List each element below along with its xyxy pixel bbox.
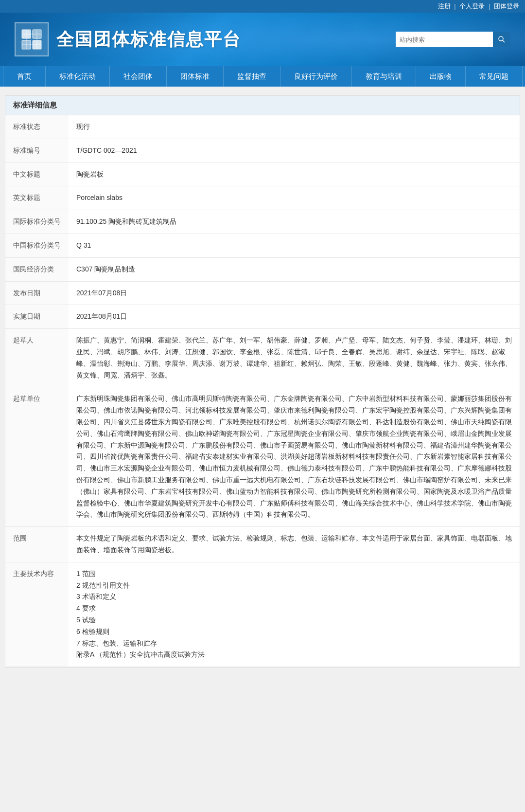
- field-label-12: 主要技术内容: [5, 562, 69, 667]
- field-label-10: 起草单位: [5, 387, 69, 527]
- register-link[interactable]: 注册: [438, 2, 451, 10]
- svg-point-8: [499, 36, 503, 41]
- field-label-6: 国民经济分类: [5, 257, 69, 281]
- field-label-8: 实施日期: [5, 305, 69, 329]
- section-title: 标准详细信息: [5, 96, 520, 115]
- divider2: |: [489, 2, 490, 10]
- nav-item-home[interactable]: 首页: [3, 66, 46, 87]
- logo-area: 全国团体标准信息平台: [15, 22, 241, 56]
- nav-item-supervision[interactable]: 监督抽查: [224, 66, 280, 87]
- nav-item-faq[interactable]: 常见问题: [466, 66, 523, 87]
- info-table: 标准状态现行标准编号T/GDTC 002—2021中文标题陶瓷岩板英文标题Por…: [5, 115, 520, 667]
- table-row: 标准状态现行: [5, 115, 520, 139]
- search-area: [396, 32, 510, 47]
- field-label-9: 起草人: [5, 329, 69, 387]
- divider1: |: [454, 2, 455, 10]
- nav-item-social-org[interactable]: 社会团体: [110, 66, 167, 87]
- table-row: 范围本文件规定了陶瓷岩板的术语和定义、要求、试验方法、检验规则、标志、包装、运输…: [5, 527, 520, 562]
- field-value-3: Porcelain slabs: [69, 186, 520, 210]
- table-row: 国际标准分类号91.100.25 陶瓷和陶砖瓦建筑制品: [5, 210, 520, 234]
- table-row: 起草人陈振广、黄惠宁、简润桐、霍建荣、张代兰、苏广年、刘一军、胡伟豪、薛健、罗昶…: [5, 329, 520, 387]
- field-value-4: 91.100.25 陶瓷和陶砖瓦建筑制品: [69, 210, 520, 234]
- svg-line-9: [503, 40, 505, 42]
- table-row: 标准编号T/GDTC 002—2021: [5, 139, 520, 162]
- field-value-1: T/GDTC 002—2021: [69, 139, 520, 162]
- table-row: 发布日期2021年07月08日: [5, 281, 520, 305]
- table-row: 中文标题陶瓷岩板: [5, 162, 520, 186]
- field-value-2: 陶瓷岩板: [69, 162, 520, 186]
- field-value-5: Q 31: [69, 234, 520, 257]
- personal-login-link[interactable]: 个人登录: [459, 2, 485, 10]
- search-button[interactable]: [493, 32, 510, 47]
- table-row: 中国标准分类号Q 31: [5, 234, 520, 257]
- nav-item-standardization[interactable]: 标准化活动: [46, 66, 110, 87]
- table-row: 主要技术内容1 范围2 规范性引用文件3 术语和定义4 要求5 试验6 检验规则…: [5, 562, 520, 667]
- field-label-2: 中文标题: [5, 162, 69, 186]
- field-label-3: 英文标题: [5, 186, 69, 210]
- field-label-4: 国际标准分类号: [5, 210, 69, 234]
- nav-item-education[interactable]: 教育与培训: [352, 66, 416, 87]
- field-label-7: 发布日期: [5, 281, 69, 305]
- table-row: 英文标题Porcelain slabs: [5, 186, 520, 210]
- group-login-link[interactable]: 团体登录: [494, 2, 519, 10]
- logo-text: 全国团体标准信息平台: [56, 28, 241, 52]
- field-label-5: 中国标准分类号: [5, 234, 69, 257]
- search-input[interactable]: [396, 32, 493, 47]
- field-value-12: 1 范围2 规范性引用文件3 术语和定义4 要求5 试验6 检验规则7 标志、包…: [69, 562, 520, 667]
- main-content: 标准详细信息 标准状态现行标准编号T/GDTC 002—2021中文标题陶瓷岩板…: [5, 95, 520, 668]
- header: 全国团体标准信息平台: [0, 13, 525, 66]
- field-value-8: 2021年08月01日: [69, 305, 520, 329]
- logo-icon: [15, 22, 49, 56]
- field-label-11: 范围: [5, 527, 69, 562]
- field-value-7: 2021年07月08日: [69, 281, 520, 305]
- table-row: 起草单位广东新明珠陶瓷集团有限公司、佛山市高明贝斯特陶瓷有限公司、广东金牌陶瓷有…: [5, 387, 520, 527]
- field-value-6: C307 陶瓷制品制造: [69, 257, 520, 281]
- nav-item-publications[interactable]: 出版物: [416, 66, 466, 87]
- navigation: 首页标准化活动社会团体团体标准监督抽查良好行为评价教育与培训出版物常见问题: [0, 66, 525, 87]
- field-label-1: 标准编号: [5, 139, 69, 162]
- field-value-0: 现行: [69, 115, 520, 139]
- field-label-0: 标准状态: [5, 115, 69, 139]
- top-bar: 注册 | 个人登录 | 团体登录: [0, 0, 525, 13]
- field-value-11: 本文件规定了陶瓷岩板的术语和定义、要求、试验方法、检验规则、标志、包装、运输和贮…: [69, 527, 520, 562]
- nav-item-group-standard[interactable]: 团体标准: [167, 66, 224, 87]
- nav-item-good-behavior[interactable]: 良好行为评价: [280, 66, 352, 87]
- field-value-9: 陈振广、黄惠宁、简润桐、霍建荣、张代兰、苏广年、刘一军、胡伟豪、薛健、罗昶、卢广…: [69, 329, 520, 387]
- field-value-10: 广东新明珠陶瓷集团有限公司、佛山市高明贝斯特陶瓷有限公司、广东金牌陶瓷有限公司、…: [69, 387, 520, 527]
- table-row: 实施日期2021年08月01日: [5, 305, 520, 329]
- table-row: 国民经济分类C307 陶瓷制品制造: [5, 257, 520, 281]
